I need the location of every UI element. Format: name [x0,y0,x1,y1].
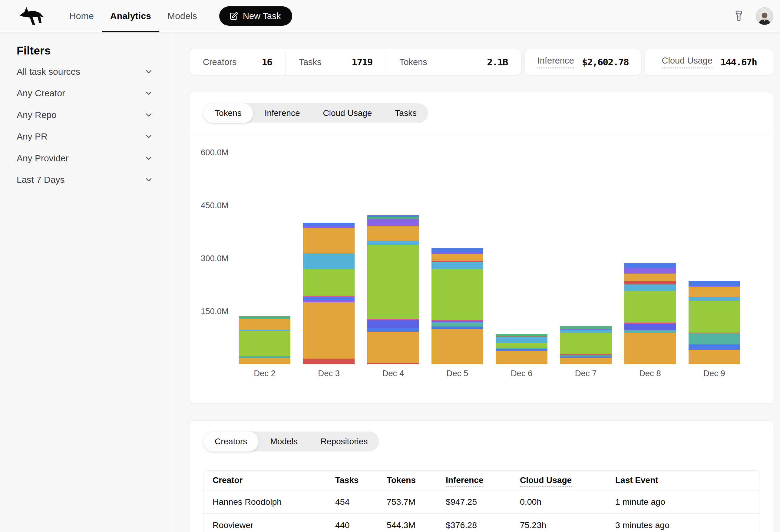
chevron-down-icon [144,132,153,141]
bar-dec-8[interactable] [624,263,676,364]
bar-segment-lime[interactable] [239,331,290,356]
bar-segment-orange[interactable] [432,329,483,364]
bar-segment-green[interactable] [367,217,419,219]
table-row-hannes-roodolph[interactable]: Hannes Roodolph454753.7M$947.250.00h1 mi… [203,490,760,513]
bar-segment-orange[interactable] [432,254,483,261]
bar-segment-red[interactable] [624,281,676,285]
bar-segment-indigo[interactable] [367,320,419,328]
bar-dec-6[interactable] [496,334,547,364]
bar-segment-sky[interactable] [689,297,740,301]
filter-label: Any PR [17,131,48,142]
bar-segment-sky[interactable] [496,337,547,343]
bar-segment-red[interactable] [303,359,354,364]
bar-segment-purple[interactable] [367,219,419,225]
bar-segment-lime[interactable] [560,332,612,354]
bar-segment-lime[interactable] [689,301,740,332]
bar-dec-7[interactable] [560,326,612,364]
tab-repositories[interactable]: Repositories [309,431,379,451]
bar-segment-sky[interactable] [624,284,676,291]
tab-cloud-usage[interactable]: Cloud Usage [311,103,383,123]
chart-card-header: TokensInferenceCloud UsageTasks [190,92,774,135]
bar-segment-sky[interactable] [367,241,419,245]
nav-item-analytics[interactable]: Analytics [102,0,159,32]
filter-dropdown-any-pr[interactable]: Any PR [17,126,153,148]
bar-dec-3[interactable] [303,223,354,364]
bar-segment-orange[interactable] [496,351,547,365]
bar-segment-purple[interactable] [303,300,354,302]
bar-segment-lime[interactable] [367,245,419,319]
bar-slot-dec-2 [233,316,297,364]
bar-segment-orange[interactable] [303,228,354,253]
bar-slot-dec-5 [425,248,489,364]
new-task-button[interactable]: New Task [219,6,292,26]
bar-segment-red[interactable] [367,363,419,364]
bar-segment-orange[interactable] [689,350,740,364]
cell-cloud-usage: 0.00h [520,497,615,507]
bar-dec-4[interactable] [367,215,419,364]
flashlight-button[interactable] [731,8,747,24]
bar-segment-lime[interactable] [432,269,483,320]
filter-dropdown-any-repo[interactable]: Any Repo [17,104,153,126]
bar-segment-royal[interactable] [432,248,483,252]
bar-segment-orange[interactable] [560,358,612,364]
tab-creators[interactable]: Creators [203,431,258,451]
bar-segment-teal[interactable] [624,330,676,332]
bar-segment-sky[interactable] [560,330,612,332]
bar-dec-5[interactable] [432,248,483,364]
bar-slot-dec-8 [618,263,682,364]
bar-segment-lime[interactable] [624,291,676,323]
table-header-row: CreatorTasksTokensInferenceCloud UsageLa… [203,471,760,490]
bar-segment-lime[interactable] [496,343,547,348]
bar-segment-lime[interactable] [303,269,354,296]
kangaroo-logo[interactable] [19,0,47,32]
bar-segment-royal[interactable] [624,263,676,268]
stat-value-tasks: 1719 [351,57,373,67]
bar-segment-royal[interactable] [303,223,354,226]
filters-title: Filters [17,45,153,57]
bar-segment-green[interactable] [560,326,612,329]
filter-dropdown-all-task-sources[interactable]: All task sources [17,61,153,83]
bar-segment-royal[interactable] [367,328,419,332]
bar-segment-royal[interactable] [303,297,354,300]
bar-segment-orange[interactable] [624,332,676,364]
filter-label: Last 7 Days [17,175,64,185]
bar-segment-green[interactable] [239,316,290,319]
column-header-label[interactable]: Cloud Usage [520,475,572,487]
nav-item-models[interactable]: Models [159,0,205,32]
stat-label-cloud-usage[interactable]: Cloud Usage [662,56,713,68]
bar-dec-9[interactable] [689,281,740,364]
bar-segment-teal[interactable] [689,333,740,344]
tab-tokens[interactable]: Tokens [203,103,253,123]
bar-segment-teal[interactable] [432,322,483,326]
bar-segment-orange[interactable] [303,302,354,359]
bar-segment-purple[interactable] [624,268,676,274]
cell-last-event: 1 minute ago [615,497,750,507]
bar-segment-royal[interactable] [432,326,483,329]
bar-segment-sky[interactable] [303,253,354,270]
stat-label-inference[interactable]: Inference [537,56,574,68]
bar-segment-orange[interactable] [239,319,290,329]
bar-segment-indigo[interactable] [624,324,676,330]
filter-dropdown-any-creator[interactable]: Any Creator [17,83,153,104]
tab-tasks[interactable]: Tasks [383,103,428,123]
bar-segment-orange[interactable] [239,358,290,364]
bar-segment-orange[interactable] [367,226,419,241]
bar-segment-sky[interactable] [432,262,483,269]
column-header-label: Tasks [335,475,358,485]
table-row-rooviewer[interactable]: Rooviewer440544.3M$376.2875.23h3 minutes… [203,513,760,532]
bar-segment-royal[interactable] [689,281,740,286]
bar-segment-orange[interactable] [367,332,419,363]
nav-item-home[interactable]: Home [61,0,102,32]
filter-dropdown-last-7-days[interactable]: Last 7 Days [17,169,153,191]
user-avatar[interactable] [756,7,773,25]
bar-segment-royal[interactable] [689,344,740,350]
bar-segment-green[interactable] [496,334,547,336]
bar-segment-orange[interactable] [624,274,676,281]
tab-models[interactable]: Models [258,431,309,451]
filter-dropdown-any-provider[interactable]: Any Provider [17,147,153,169]
bar-segment-orange[interactable] [689,286,740,297]
bar-dec-2[interactable] [239,316,290,364]
column-header-label[interactable]: Inference [446,475,484,487]
tab-inference[interactable]: Inference [253,103,311,123]
bar-slot-dec-6 [490,334,554,364]
